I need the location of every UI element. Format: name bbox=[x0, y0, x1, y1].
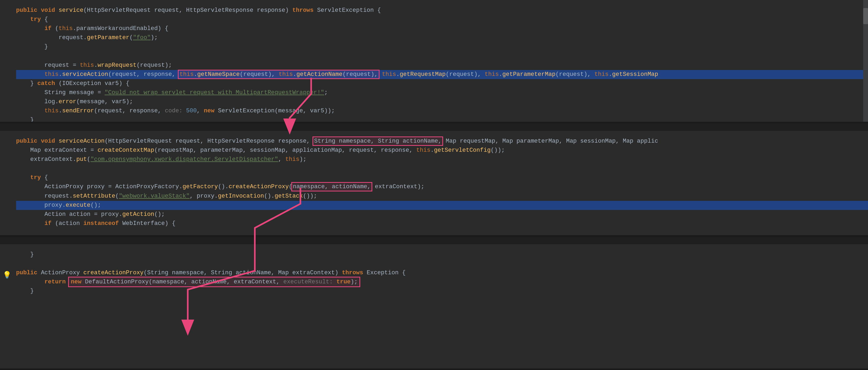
code-line: public ActionProxy createActionProxy(Str… bbox=[16, 268, 868, 277]
code-line: Map extraContext = createContextMap(requ… bbox=[16, 146, 868, 155]
code-line: if (this.paramsWorkaroundEnabled) { bbox=[16, 24, 868, 33]
lightbulb-icon[interactable]: 💡 bbox=[3, 270, 11, 281]
code-line: return new DefaultActionProxy(namespace,… bbox=[16, 277, 868, 287]
code-line: } catch (IOException var5) { bbox=[16, 79, 868, 88]
code-line: Action action = proxy.getAction(); bbox=[16, 210, 868, 219]
code-line: } bbox=[16, 250, 868, 259]
code-line-highlighted: proxy.execute(); bbox=[16, 201, 868, 210]
keyword-try: try bbox=[30, 16, 41, 23]
code-line: request = this.wrapRequest(request); bbox=[16, 61, 868, 70]
box-highlight-4: new DefaultActionProxy(namespace, action… bbox=[69, 278, 359, 286]
code-line: extraContext.put("com.opensymphony.xwork… bbox=[16, 155, 868, 164]
scrollbar-track[interactable] bbox=[863, 0, 868, 122]
code-line bbox=[16, 164, 868, 173]
code-line: public void service(HttpServletRequest r… bbox=[16, 6, 868, 15]
code-line: request.getParameter("foo"); bbox=[16, 33, 868, 42]
keyword: void bbox=[41, 7, 55, 14]
code-line: } bbox=[16, 287, 868, 296]
code-line: if (action instanceof WebInterface) { bbox=[16, 219, 868, 228]
method-name: service bbox=[59, 7, 83, 14]
code-panel-1: public void service(HttpServletRequest r… bbox=[0, 0, 868, 123]
code-line: try { bbox=[16, 15, 868, 24]
code-panel-2: public void serviceAction(HttpServletReq… bbox=[0, 131, 868, 237]
code-editor: public void service(HttpServletRequest r… bbox=[0, 0, 868, 370]
code-line: } bbox=[16, 42, 868, 52]
code-line: this.sendError(request, response, code: … bbox=[16, 106, 868, 115]
code-line: String message = "Could not wrap servlet… bbox=[16, 88, 868, 97]
box-highlight-2: String namespace, String actionName, bbox=[314, 138, 442, 145]
code-line-highlighted: this.serviceAction(request, response, th… bbox=[16, 70, 868, 79]
code-line bbox=[16, 52, 868, 61]
panel-separator-2 bbox=[0, 237, 868, 244]
code-line: log.error(message, var5); bbox=[16, 97, 868, 106]
code-line bbox=[16, 259, 868, 268]
code-line: } bbox=[16, 115, 868, 123]
code-line: ActionProxy proxy = ActionProxyFactory.g… bbox=[16, 182, 868, 192]
scrollbar-thumb[interactable] bbox=[863, 8, 868, 24]
keyword: public bbox=[16, 7, 37, 14]
code-line: public void serviceAction(HttpServletReq… bbox=[16, 137, 868, 146]
code-line: request.setAttribute("webwork.valueStack… bbox=[16, 192, 868, 201]
box-highlight-1: this.getNameSpace(request), this.getActi… bbox=[179, 71, 378, 78]
code-panel-3: 💡 } public ActionProxy createActionProxy… bbox=[0, 244, 868, 370]
panel-separator-1 bbox=[0, 123, 868, 131]
box-highlight-3: namespace, actionName, bbox=[292, 183, 371, 190]
code-line: try { bbox=[16, 173, 868, 182]
